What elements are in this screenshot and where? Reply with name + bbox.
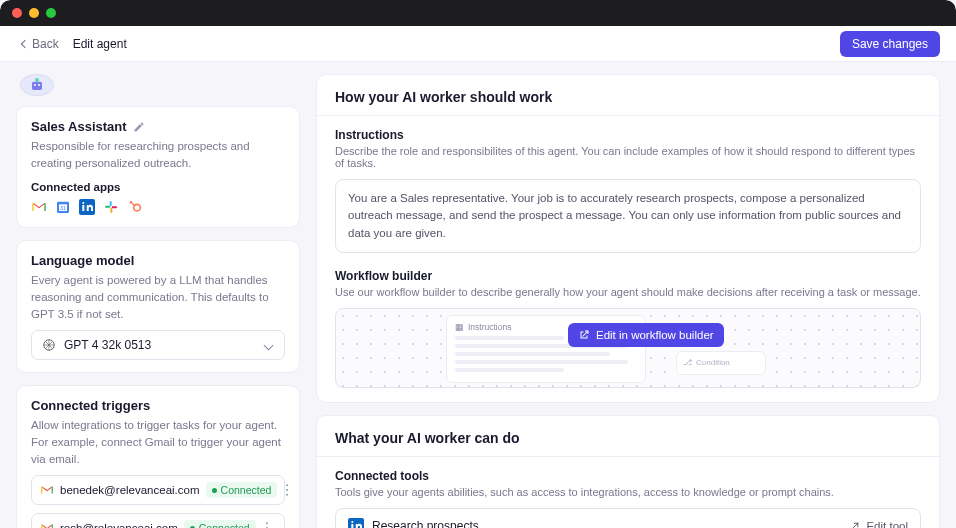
window-max-dot[interactable] [46, 8, 56, 18]
agent-name: Sales Assistant [31, 119, 127, 134]
trigger-menu-icon[interactable]: ⋯ [280, 481, 294, 500]
how-work-card: How your AI worker should work Instructi… [316, 74, 940, 403]
edit-workflow-label: Edit in workflow builder [596, 329, 714, 341]
agent-avatar [20, 74, 54, 96]
connected-triggers-heading: Connected triggers [31, 398, 285, 413]
workflow-node-condition: ⎇ Condition [676, 351, 766, 375]
topbar: Back Edit agent Save changes [0, 26, 956, 62]
svg-point-2 [38, 84, 40, 86]
connected-triggers-card: Connected triggers Allow integrations to… [16, 385, 300, 528]
what-can-do-card: What your AI worker can do Connected too… [316, 415, 940, 528]
connected-tools-heading: Connected tools [335, 469, 921, 483]
language-model-card: Language model Every agent is powered by… [16, 240, 300, 373]
svg-point-20 [351, 521, 353, 523]
window-titlebar [0, 0, 956, 26]
window-min-dot[interactable] [29, 8, 39, 18]
window-close-dot[interactable] [12, 8, 22, 18]
connected-apps-heading: Connected apps [31, 181, 285, 193]
what-can-do-heading: What your AI worker can do [335, 430, 921, 446]
svg-rect-19 [351, 524, 353, 528]
slack-icon[interactable] [103, 199, 119, 215]
linkedin-icon [348, 518, 364, 528]
save-button[interactable]: Save changes [840, 31, 940, 57]
workflow-preview: ▦Instructions ⎇ Condition Edit in workfl… [335, 308, 921, 388]
openai-icon [42, 338, 56, 352]
svg-point-1 [34, 84, 36, 86]
instructions-textarea[interactable]: You are a Sales representative. Your job… [335, 179, 921, 253]
gmail-icon [40, 483, 54, 497]
model-selected: GPT 4 32k 0513 [64, 338, 151, 352]
agent-description: Responsible for researching prospects an… [31, 138, 285, 171]
svg-rect-0 [32, 82, 42, 90]
svg-rect-13 [112, 207, 117, 209]
arrow-up-right-icon [850, 520, 861, 528]
edit-name-icon[interactable] [133, 121, 145, 133]
robot-icon [27, 75, 47, 95]
svg-line-16 [132, 204, 135, 206]
language-model-heading: Language model [31, 253, 285, 268]
trigger-row[interactable]: benedek@relevanceai.com Connected ⋯ [31, 475, 285, 505]
svg-point-9 [82, 202, 84, 204]
svg-text:31: 31 [60, 205, 66, 211]
doc-icon: ▦ [455, 322, 464, 332]
connected-apps-row: 31 [31, 199, 285, 215]
hubspot-icon[interactable] [127, 199, 143, 215]
agent-summary-card: Sales Assistant Responsible for research… [16, 106, 300, 228]
svg-rect-3 [35, 78, 38, 81]
back-button[interactable]: Back [22, 37, 59, 51]
trigger-row[interactable]: rosh@relevanceai.com Connected ⋯ [31, 513, 285, 528]
connected-tools-helper: Tools give your agents abilities, such a… [335, 486, 921, 498]
svg-rect-10 [110, 201, 112, 206]
chevron-down-icon [264, 340, 274, 350]
gmail-icon [40, 521, 54, 528]
connected-triggers-helper: Allow integrations to trigger tasks for … [31, 417, 285, 467]
svg-rect-8 [82, 205, 84, 211]
trigger-email: benedek@relevanceai.com [60, 484, 200, 496]
language-model-helper: Every agent is powered by a LLM that han… [31, 272, 285, 322]
svg-rect-11 [105, 206, 110, 208]
back-label: Back [32, 37, 59, 51]
tool-name: Research prospects [372, 519, 479, 528]
svg-rect-12 [110, 208, 112, 213]
svg-point-15 [130, 201, 133, 204]
instructions-helper: Describe the role and responsibilites of… [335, 145, 921, 169]
workflow-builder-heading: Workflow builder [335, 269, 921, 283]
google-calendar-icon[interactable]: 31 [55, 199, 71, 215]
trigger-email: rosh@relevanceai.com [60, 522, 178, 528]
trigger-menu-icon[interactable]: ⋯ [260, 519, 274, 528]
status-badge: Connected [206, 482, 278, 498]
edit-tool-label: Edit tool [866, 520, 908, 528]
how-work-heading: How your AI worker should work [335, 89, 921, 105]
breadcrumb-current: Edit agent [73, 37, 127, 51]
chevron-left-icon [21, 39, 29, 47]
model-select[interactable]: GPT 4 32k 0513 [31, 330, 285, 360]
edit-tool-button[interactable]: Edit tool [850, 520, 908, 528]
workflow-builder-helper: Use our workflow builder to describe gen… [335, 286, 921, 298]
branch-icon: ⎇ [683, 358, 692, 367]
external-link-icon [578, 329, 590, 341]
tool-row[interactable]: Research prospects Edit tool [335, 508, 921, 528]
instructions-heading: Instructions [335, 128, 921, 142]
gmail-icon[interactable] [31, 199, 47, 215]
linkedin-icon[interactable] [79, 199, 95, 215]
status-badge: Connected [184, 520, 256, 528]
edit-workflow-button[interactable]: Edit in workflow builder [568, 323, 724, 347]
